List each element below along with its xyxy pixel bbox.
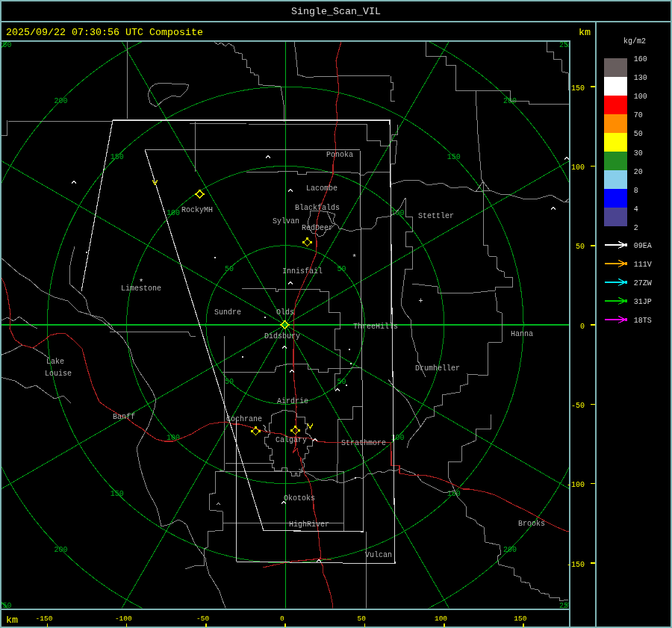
svg-text:Didsbury: Didsbury — [264, 332, 300, 341]
svg-text:160: 160 — [634, 55, 647, 63]
svg-text:Sundre: Sundre — [214, 308, 241, 317]
svg-text:100: 100 — [167, 434, 180, 442]
svg-text:Strathmore: Strathmore — [341, 439, 386, 447]
svg-text:ThreeHills: ThreeHills — [353, 323, 398, 331]
svg-text:Cochrane: Cochrane — [226, 415, 262, 423]
svg-text:-50: -50 — [196, 615, 209, 623]
svg-text:100: 100 — [634, 93, 647, 101]
svg-text:70: 70 — [634, 111, 643, 119]
svg-text:150: 150 — [571, 84, 585, 93]
svg-text:0: 0 — [280, 615, 284, 623]
svg-text:18TS: 18TS — [634, 317, 652, 325]
svg-text:50: 50 — [225, 265, 234, 273]
svg-text:100: 100 — [167, 209, 180, 217]
svg-text:50: 50 — [337, 265, 346, 273]
svg-text:100: 100 — [391, 434, 404, 442]
svg-text:-50: -50 — [571, 402, 585, 410]
svg-text:150: 150 — [111, 153, 124, 161]
svg-text:250: 250 — [0, 41, 11, 49]
svg-text:200: 200 — [503, 546, 517, 554]
svg-text:Lacombe: Lacombe — [306, 184, 337, 193]
svg-text:Banff: Banff — [113, 413, 135, 421]
svg-text:Lake: Lake — [46, 358, 64, 366]
svg-text:Louise: Louise — [45, 370, 72, 378]
svg-text:Airdrie: Airdrie — [277, 397, 308, 405]
svg-text:Blackfalds: Blackfalds — [295, 204, 340, 212]
svg-text:Sylvan: Sylvan — [273, 217, 299, 226]
svg-text:50: 50 — [576, 243, 585, 251]
svg-text:150: 150 — [447, 153, 461, 161]
svg-text:Brooks: Brooks — [518, 520, 545, 528]
svg-text:50: 50 — [225, 378, 234, 386]
svg-text:RedDeer: RedDeer — [302, 224, 333, 232]
svg-text:0: 0 — [580, 323, 585, 331]
svg-text:Innisfail: Innisfail — [282, 267, 323, 276]
svg-text:2: 2 — [634, 224, 638, 232]
svg-text:31JP: 31JP — [634, 298, 652, 306]
svg-text:50: 50 — [337, 378, 346, 386]
svg-text:HighRiver: HighRiver — [289, 520, 329, 529]
svg-text:Drumheller: Drumheller — [415, 364, 460, 373]
svg-text:8: 8 — [634, 187, 638, 195]
svg-text:+: + — [419, 297, 423, 305]
svg-text:-150: -150 — [567, 561, 585, 569]
svg-text:150: 150 — [111, 490, 124, 498]
svg-text:20: 20 — [634, 168, 643, 176]
svg-text:50: 50 — [357, 615, 366, 623]
svg-text:111V: 111V — [634, 261, 652, 269]
svg-text:*: * — [352, 253, 357, 262]
svg-text:130: 130 — [634, 74, 647, 82]
svg-text:100: 100 — [571, 164, 585, 172]
svg-text:Calgary: Calgary — [276, 436, 307, 444]
svg-text:-150: -150 — [36, 615, 53, 623]
svg-text:Hanna: Hanna — [511, 330, 533, 338]
svg-text:Single_Scan_VIL: Single_Scan_VIL — [291, 6, 381, 17]
svg-text:kg/m2: kg/m2 — [623, 37, 646, 46]
svg-text:RockyMH: RockyMH — [181, 206, 213, 214]
svg-text:-100: -100 — [567, 481, 585, 489]
svg-text:09EA: 09EA — [634, 242, 652, 250]
svg-text:-100: -100 — [115, 615, 132, 623]
svg-text:Olds: Olds — [276, 308, 294, 317]
svg-text:200: 200 — [54, 546, 67, 554]
svg-text:Ponoka: Ponoka — [326, 151, 353, 159]
svg-text:km: km — [6, 615, 18, 626]
svg-text:2025/09/22 07:30:56 UTC Compos: 2025/09/22 07:30:56 UTC Composite — [6, 27, 203, 38]
svg-text:200: 200 — [54, 97, 67, 105]
svg-text:50: 50 — [634, 130, 643, 138]
svg-text:Stettler: Stettler — [418, 212, 454, 220]
svg-text:4: 4 — [634, 205, 638, 214]
svg-text:30: 30 — [634, 149, 643, 158]
svg-text:100: 100 — [435, 615, 447, 623]
svg-text:*: * — [139, 278, 144, 287]
svg-text:Vulcan: Vulcan — [365, 551, 392, 559]
svg-text:km: km — [579, 27, 591, 38]
svg-text:150: 150 — [514, 615, 526, 623]
svg-text:27ZW: 27ZW — [634, 279, 652, 287]
svg-text:Okotoks: Okotoks — [284, 494, 315, 503]
